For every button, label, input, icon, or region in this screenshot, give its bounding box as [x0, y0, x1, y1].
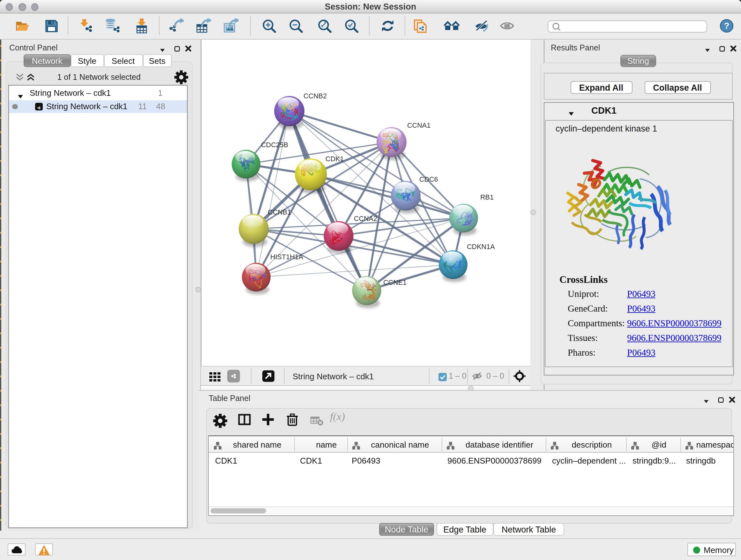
svg-text:CCNA2: CCNA2 — [354, 214, 377, 223]
svg-text:CCNB2: CCNB2 — [303, 92, 327, 100]
svg-text:CCNB1: CCNB1 — [267, 208, 291, 216]
svg-text:CDC6: CDC6 — [419, 175, 438, 183]
svg-text:CDKN1A: CDKN1A — [467, 243, 495, 251]
svg-text:CCNE1: CCNE1 — [383, 278, 406, 287]
svg-text:HIST1H1A: HIST1H1A — [270, 253, 303, 261]
svg-text:CCNA1: CCNA1 — [407, 121, 430, 129]
svg-text:RB1: RB1 — [480, 193, 493, 201]
svg-text:CDC25B: CDC25B — [261, 141, 288, 149]
svg-text:CDK1: CDK1 — [325, 155, 344, 163]
